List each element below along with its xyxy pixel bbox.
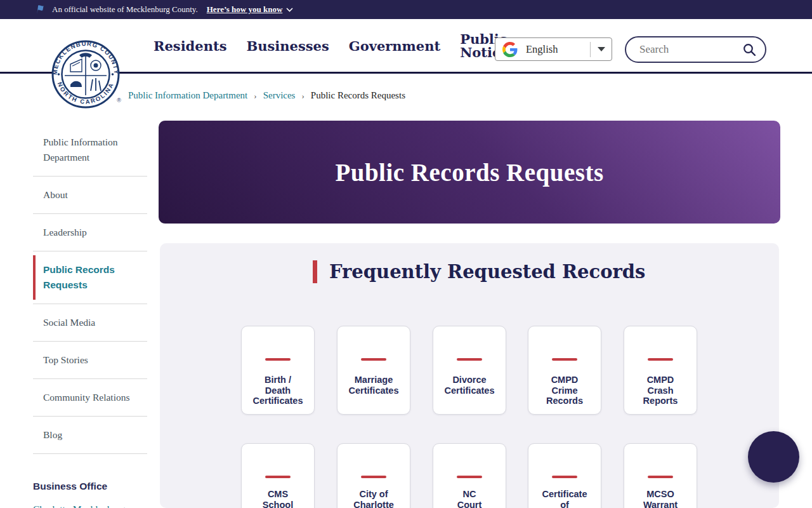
- sidebar-item-top-stories[interactable]: Top Stories: [33, 342, 147, 379]
- how-you-know-label: Here’s how you know: [207, 4, 283, 15]
- language-dropdown-toggle[interactable]: [591, 47, 612, 51]
- search-box: [625, 36, 766, 63]
- nav-item-residents[interactable]: Residents: [154, 39, 226, 53]
- card-accent-dash: [648, 476, 673, 478]
- record-card-certificate-of[interactable]: Certificate of: [528, 443, 601, 508]
- flag-icon: [35, 4, 46, 15]
- chat-button[interactable]: [748, 431, 799, 483]
- card-accent-dash: [552, 358, 577, 361]
- sidebar: Public Information Department About Lead…: [33, 124, 147, 508]
- card-label: MCSO Warrant: [643, 489, 678, 508]
- heading-accent-bar: [313, 260, 317, 283]
- sidebar-item-social-media[interactable]: Social Media: [33, 304, 147, 342]
- caret-down-icon: [598, 47, 605, 51]
- search-icon[interactable]: [743, 43, 756, 57]
- card-accent-dash: [361, 358, 386, 361]
- breadcrumb-separator: ›: [254, 91, 256, 101]
- google-logo-icon: [502, 42, 518, 57]
- record-card-marriage-certificates[interactable]: Marriage Certificates: [337, 326, 410, 415]
- card-accent-dash: [361, 476, 386, 478]
- card-label: Marriage Certificates: [349, 375, 399, 396]
- business-office-heading: Business Office: [33, 481, 147, 492]
- section-heading: Frequently Requested Records: [313, 260, 645, 283]
- record-card-nc-court[interactable]: NC Court: [433, 443, 506, 508]
- record-card-cmpd-crime-records[interactable]: CMPD Crime Records: [528, 326, 601, 415]
- record-card-city-of-charlotte[interactable]: City of Charlotte: [337, 443, 410, 508]
- card-label: Certificate of: [542, 489, 587, 508]
- official-banner: An official website of Mecklenburg Count…: [0, 0, 812, 19]
- card-label: City of Charlotte: [353, 489, 394, 508]
- county-seal-logo[interactable]: MECKLENBURG COUNTY NORTH CAROLINA ®: [51, 40, 120, 109]
- breadcrumb: Public Information Department › Services…: [128, 90, 405, 101]
- main-nav: Residents Businesses Government Public N…: [154, 19, 516, 72]
- hero-banner: Public Records Requests: [159, 121, 780, 224]
- card-accent-dash: [552, 476, 577, 478]
- sidebar-item-public-information-department[interactable]: Public Information Department: [33, 124, 147, 177]
- language-label: English: [526, 43, 558, 56]
- county-seal-image: MECKLENBURG COUNTY NORTH CAROLINA: [51, 40, 120, 109]
- breadcrumb-current: Public Records Requests: [311, 90, 405, 101]
- registered-mark: ®: [117, 97, 121, 104]
- language-selector[interactable]: English: [495, 37, 612, 61]
- chevron-down-icon: [286, 8, 293, 12]
- sidebar-item-about[interactable]: About: [33, 177, 147, 214]
- card-accent-dash: [265, 358, 291, 361]
- card-label: CMPD Crime Records: [546, 375, 583, 406]
- page-title: Public Records Requests: [335, 158, 603, 187]
- card-label: Birth / Death Certificates: [253, 375, 303, 406]
- search-input[interactable]: [639, 43, 735, 56]
- record-card-cms-school[interactable]: CMS School: [241, 443, 315, 508]
- card-label: Divorce Certificates: [445, 375, 495, 396]
- breadcrumb-separator: ›: [301, 91, 304, 101]
- sidebar-item-blog[interactable]: Blog: [33, 417, 147, 454]
- card-label: CMS School: [263, 489, 293, 508]
- sidebar-item-public-records-requests[interactable]: Public Records Requests: [33, 251, 147, 304]
- business-office-link[interactable]: Charlotte-Mecklenburg Government Center: [33, 501, 125, 508]
- official-banner-text: An official website of Mecklenburg Count…: [52, 4, 198, 15]
- sidebar-item-community-relations[interactable]: Community Relations: [33, 379, 147, 417]
- card-accent-dash: [457, 476, 482, 478]
- section-heading-text: Frequently Requested Records: [329, 261, 645, 283]
- card-accent-dash: [648, 358, 673, 361]
- sidebar-item-leadership[interactable]: Leadership: [33, 214, 147, 251]
- breadcrumb-link-services[interactable]: Services: [263, 90, 296, 101]
- nav-item-government[interactable]: Government: [349, 39, 440, 53]
- card-accent-dash: [265, 476, 291, 478]
- card-label: CMPD Crash Reports: [643, 375, 678, 406]
- how-you-know-link[interactable]: Here’s how you know: [207, 4, 294, 15]
- record-card-birth-death-certificates[interactable]: Birth / Death Certificates: [241, 326, 315, 415]
- page: An official website of Mecklenburg Count…: [0, 0, 812, 508]
- nav-item-businesses[interactable]: Businesses: [246, 39, 329, 53]
- card-label: NC Court: [457, 489, 482, 508]
- breadcrumb-link-department[interactable]: Public Information Department: [128, 90, 247, 101]
- record-card-mcso-warrant[interactable]: MCSO Warrant: [624, 443, 697, 508]
- card-accent-dash: [457, 358, 482, 361]
- record-card-cmpd-crash-reports[interactable]: CMPD Crash Reports: [624, 326, 697, 415]
- record-card-divorce-certificates[interactable]: Divorce Certificates: [433, 326, 506, 415]
